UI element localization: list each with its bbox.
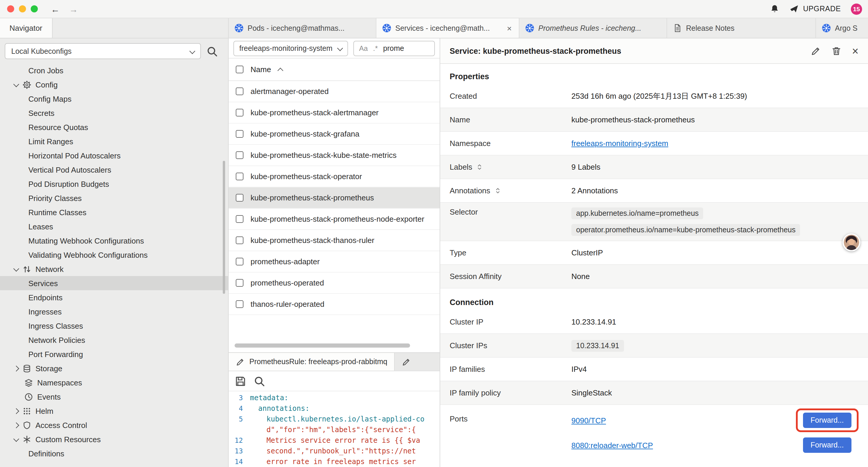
bell-icon[interactable] bbox=[770, 4, 779, 13]
cluster-ip-value: 10.233.14.91 bbox=[571, 317, 859, 326]
row-checkbox[interactable] bbox=[236, 130, 243, 138]
sidebar-item[interactable]: Secrets bbox=[0, 106, 228, 120]
editor-tab[interactable]: Prometheus Rules - icecheng... × bbox=[519, 18, 667, 38]
search-input[interactable]: Aa .* prome bbox=[353, 40, 435, 56]
row-checkbox[interactable] bbox=[236, 194, 243, 202]
sidebar-item[interactable]: Horizontal Pod Autoscalers bbox=[0, 148, 228, 163]
select-all-checkbox[interactable] bbox=[236, 66, 243, 73]
table-header[interactable]: Name bbox=[229, 59, 440, 81]
edit-icon[interactable] bbox=[811, 46, 821, 56]
sidebar-item[interactable]: Access Control bbox=[0, 418, 228, 432]
row-checkbox[interactable] bbox=[236, 173, 243, 180]
yaml-editor[interactable]: 3 metadata: 4 annotations: 5 kubectl.kub… bbox=[229, 391, 440, 467]
port-link[interactable]: 8080:reloader-web/TCP bbox=[571, 441, 653, 449]
sidebar-item[interactable]: Mutating Webhook Configurations bbox=[0, 233, 228, 248]
table-row[interactable]: kube-prometheus-stack-operator bbox=[229, 166, 440, 187]
editor-tab[interactable]: Argo S × bbox=[816, 18, 868, 38]
row-checkbox[interactable] bbox=[236, 151, 243, 159]
row-checkbox[interactable] bbox=[236, 87, 243, 95]
upgrade-button[interactable]: UPGRADE bbox=[789, 4, 841, 13]
close-icon[interactable]: × bbox=[852, 45, 859, 56]
service-name: prometheus-adapter bbox=[251, 257, 320, 266]
row-checkbox[interactable] bbox=[236, 215, 243, 223]
editor-tab[interactable]: Pods - icecheng@mathmas... × bbox=[229, 18, 376, 38]
sidebar-item[interactable]: Definitions bbox=[0, 446, 228, 461]
table-row[interactable]: prometheus-operated bbox=[229, 272, 440, 294]
sort-updown-icon[interactable] bbox=[494, 187, 501, 195]
sidebar-item[interactable]: Network Policies bbox=[0, 333, 228, 347]
sidebar-item[interactable]: Vertical Pod Autoscalers bbox=[0, 163, 228, 177]
table-row[interactable]: kube-prometheus-stack-kube-state-metrics bbox=[229, 145, 440, 166]
table-row[interactable]: alertmanager-operated bbox=[229, 81, 440, 102]
sidebar-item[interactable]: Storage bbox=[0, 361, 228, 375]
search-icon[interactable] bbox=[206, 45, 218, 57]
sidebar-item[interactable]: Namespaces bbox=[0, 375, 228, 389]
sidebar-item[interactable]: Config bbox=[0, 78, 228, 92]
sidebar-item[interactable]: Config Maps bbox=[0, 92, 228, 106]
table-row[interactable]: kube-prometheus-stack-grafana bbox=[229, 123, 440, 145]
kubeconfig-selector[interactable]: Local Kubeconfigs bbox=[5, 43, 201, 59]
close-window-button[interactable] bbox=[7, 5, 14, 12]
sidebar-item[interactable]: Priority Classes bbox=[0, 191, 228, 205]
table-row[interactable]: kube-prometheus-stack-alertmanager bbox=[229, 102, 440, 123]
horizontal-scrollbar[interactable] bbox=[235, 344, 434, 348]
editor-tab[interactable]: Services - icecheng@math... × bbox=[376, 18, 519, 38]
row-checkbox[interactable] bbox=[236, 258, 243, 265]
save-icon[interactable] bbox=[235, 375, 246, 387]
table-row[interactable]: kube-prometheus-stack-prometheus bbox=[229, 187, 440, 209]
service-name: kube-prometheus-stack-operator bbox=[251, 172, 362, 181]
sort-updown-icon[interactable] bbox=[476, 163, 484, 171]
sidebar-item[interactable]: Network bbox=[0, 262, 228, 276]
sidebar-item[interactable]: Leases bbox=[0, 219, 228, 233]
sidebar-item[interactable]: Cron Jobs bbox=[0, 63, 228, 78]
regex-toggle[interactable]: .* bbox=[373, 44, 378, 52]
sidebar-item[interactable]: Resource Quotas bbox=[0, 120, 228, 134]
search-icon[interactable] bbox=[253, 375, 265, 387]
table-row[interactable]: prometheus-adapter bbox=[229, 251, 440, 272]
namespace-filter-value: freeleaps-monitoring-system bbox=[239, 44, 332, 52]
sidebar-item[interactable]: Custom Resources bbox=[0, 432, 228, 446]
sidebar-item[interactable]: Services bbox=[0, 276, 228, 290]
table-row[interactable]: kube-prometheus-stack-thanos-ruler bbox=[229, 230, 440, 251]
namespace-link[interactable]: freeleaps-monitoring-system bbox=[571, 139, 668, 148]
table-row[interactable]: thanos-ruler-operated bbox=[229, 294, 440, 315]
trash-icon[interactable] bbox=[831, 46, 841, 56]
port-link[interactable]: 9090/TCP bbox=[571, 416, 606, 425]
row-checkbox[interactable] bbox=[236, 109, 243, 116]
minimize-window-button[interactable] bbox=[19, 5, 26, 12]
annotation-highlight: Forward... bbox=[796, 408, 859, 432]
sidebar-item[interactable]: Runtime Classes bbox=[0, 205, 228, 219]
sidebar-item[interactable]: Ingresses bbox=[0, 304, 228, 319]
sidebar-item[interactable]: Validating Webhook Configurations bbox=[0, 248, 228, 262]
back-icon[interactable]: ← bbox=[51, 4, 60, 14]
table-row[interactable]: kube-prometheus-stack-prometheus-node-ex… bbox=[229, 209, 440, 230]
forward-icon[interactable]: → bbox=[69, 4, 78, 14]
sidebar-item[interactable]: Pod Disruption Budgets bbox=[0, 177, 228, 191]
forward-button[interactable]: Forward... bbox=[803, 413, 851, 428]
sidebar-item[interactable]: Ingress Classes bbox=[0, 319, 228, 333]
sidebar-item[interactable]: Port Forwarding bbox=[0, 347, 228, 361]
row-checkbox[interactable] bbox=[236, 279, 243, 287]
row-checkbox[interactable] bbox=[236, 236, 243, 244]
sidebar-item[interactable]: Endpoints bbox=[0, 290, 228, 304]
kubernetes-icon bbox=[382, 24, 391, 32]
namespace-filter[interactable]: freeleaps-monitoring-system bbox=[234, 40, 348, 56]
filter-bar: freeleaps-monitoring-system Aa .* prome bbox=[229, 38, 440, 59]
row-checkbox[interactable] bbox=[236, 300, 243, 308]
user-avatar[interactable] bbox=[843, 233, 860, 251]
sidebar-item[interactable]: Helm bbox=[0, 404, 228, 418]
sidebar-item[interactable]: Limit Ranges bbox=[0, 134, 228, 148]
window-titlebar: ← → UPGRADE 15 bbox=[0, 0, 868, 18]
line-text: metadata: bbox=[250, 392, 288, 403]
sidebar-scrollbar[interactable] bbox=[223, 161, 225, 294]
forward-button[interactable]: Forward... bbox=[803, 437, 851, 453]
match-case-toggle[interactable]: Aa bbox=[359, 44, 368, 52]
dock-tab-partial[interactable] bbox=[395, 353, 440, 371]
close-icon[interactable]: × bbox=[506, 23, 513, 33]
sidebar-item[interactable]: Events bbox=[0, 389, 228, 404]
editor-tab[interactable]: Release Notes × bbox=[667, 18, 816, 38]
name-column-header[interactable]: Name bbox=[251, 65, 271, 74]
notification-badge[interactable]: 15 bbox=[851, 3, 862, 14]
dock-tab[interactable]: PrometheusRule: freeleaps-prod-rabbitmq bbox=[229, 353, 395, 371]
maximize-window-button[interactable] bbox=[31, 5, 38, 12]
